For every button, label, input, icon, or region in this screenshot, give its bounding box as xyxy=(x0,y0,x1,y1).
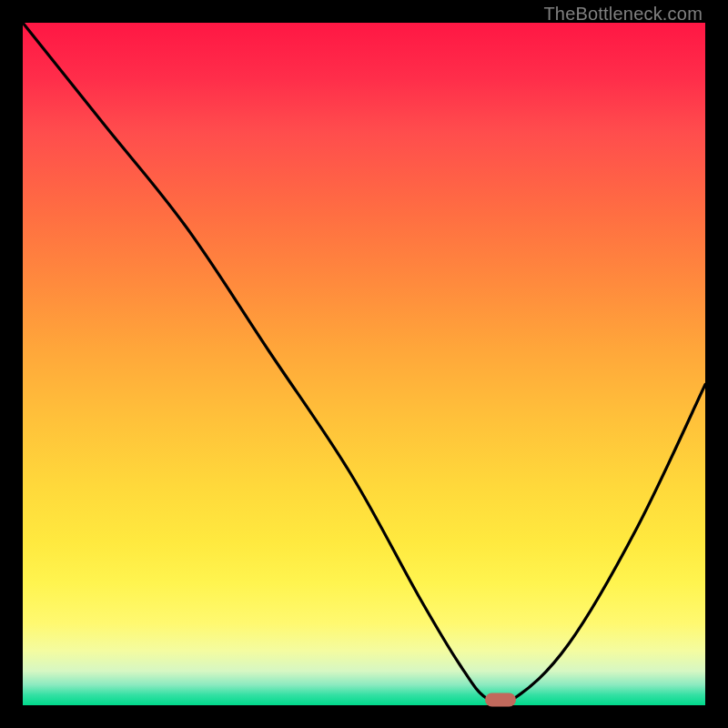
chart-frame: TheBottleneck.com xyxy=(0,0,728,728)
plot-area xyxy=(23,23,705,705)
bottleneck-curve xyxy=(23,23,705,705)
watermark-text: TheBottleneck.com xyxy=(543,4,703,25)
optimal-marker xyxy=(485,693,516,707)
curve-path xyxy=(23,23,705,704)
